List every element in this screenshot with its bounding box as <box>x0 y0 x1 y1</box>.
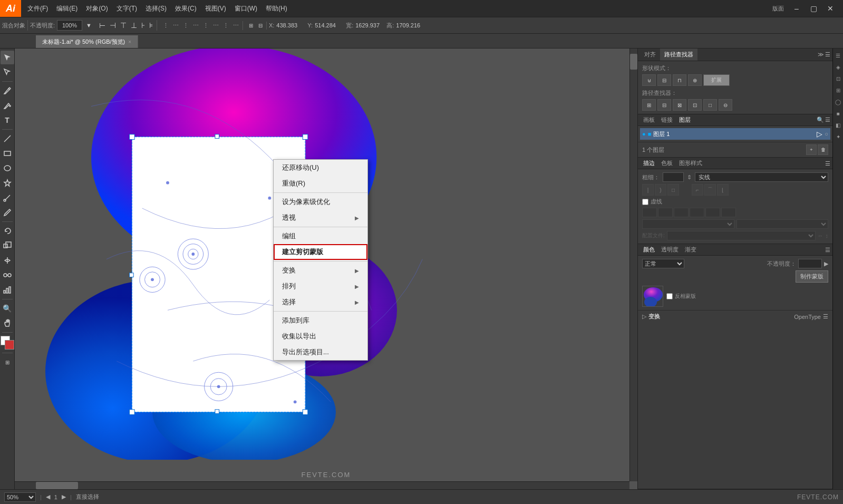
ctx-group[interactable]: 编组 <box>274 228 367 244</box>
grid-icon[interactable]: ⊟ <box>257 22 264 30</box>
zoom-tool[interactable]: 🔍 <box>1 302 14 315</box>
dist-top-icon[interactable]: ⋮ <box>181 21 190 30</box>
pf-minus-back-btn[interactable]: ⊖ <box>719 99 732 111</box>
zoom-select[interactable]: 50% <box>4 492 36 502</box>
stroke-type-select[interactable]: 实线 <box>695 172 828 182</box>
ctx-pixel-optimize[interactable]: 设为像素级优化 <box>274 194 367 210</box>
ctx-transform[interactable]: 变换 ▶ <box>274 263 367 278</box>
pf-crop-btn[interactable]: ⊡ <box>688 99 702 111</box>
color-menu-icon[interactable]: ☰ <box>825 247 830 253</box>
align-tab[interactable]: 对齐 <box>640 49 660 61</box>
panel-icon-symbols[interactable]: ✦ <box>834 132 843 141</box>
cap-butt-btn[interactable]: | <box>642 184 654 196</box>
dist-center-h-icon[interactable]: ⋮ <box>201 21 210 30</box>
layer-lock-icon[interactable]: ○ <box>825 131 828 137</box>
menu-help[interactable]: 帮助(H) <box>261 0 292 17</box>
gap-1-input[interactable] <box>658 208 673 217</box>
ctx-make-clipping-mask[interactable]: 建立剪切蒙版 <box>274 244 367 260</box>
unite-btn[interactable]: ⊎ <box>642 74 656 86</box>
links-tab[interactable]: 链接 <box>658 114 676 125</box>
direct-selection-tool[interactable] <box>1 65 14 79</box>
exclude-btn[interactable]: ⊕ <box>688 74 702 86</box>
pf-trim-btn[interactable]: ⊟ <box>657 99 671 111</box>
cap-square-btn[interactable]: □ <box>667 184 679 196</box>
hand-tool[interactable] <box>1 316 14 330</box>
ctx-export-selected[interactable]: 导出所选项目... <box>274 344 367 360</box>
dash-2-input[interactable] <box>674 208 689 217</box>
layer-1-item[interactable]: ● ■ 图层 1 ▷ ○ <box>640 128 830 140</box>
arrow-start-select[interactable] <box>642 219 734 229</box>
panel-icon-gradient[interactable]: ◧ <box>834 120 843 130</box>
panel-icon-stroke[interactable]: ◯ <box>834 97 843 106</box>
rectangle-tool[interactable] <box>1 147 14 160</box>
pf-divide-btn[interactable]: ⊞ <box>642 99 656 111</box>
color-indicator[interactable] <box>1 336 14 350</box>
transform-menu-icon[interactable]: ☰ <box>823 313 828 320</box>
join-miter-btn[interactable]: ⌐ <box>692 184 703 196</box>
ctx-perspective[interactable]: 透视 ▶ <box>274 210 367 226</box>
dist-center-v-icon[interactable]: ⋯ <box>211 21 220 30</box>
minimize-button[interactable]: – <box>788 0 805 17</box>
vertical-scrollbar[interactable] <box>629 49 637 481</box>
panel-icon-appearance[interactable]: ◈ <box>834 62 843 72</box>
ctx-redo[interactable]: 重做(R) <box>274 176 367 191</box>
prev-page-btn[interactable]: ◀ <box>46 493 50 500</box>
paintbrush-tool[interactable] <box>1 191 14 205</box>
hscroll-thumb[interactable] <box>36 482 78 489</box>
new-layer-btn[interactable]: + <box>806 144 817 155</box>
stroke-weight-input[interactable] <box>663 172 684 182</box>
ellipse-tool[interactable] <box>1 161 14 175</box>
artboard-tab[interactable]: 画板 <box>640 114 658 125</box>
menu-window[interactable]: 窗口(W) <box>230 0 261 17</box>
rotate-tool[interactable] <box>1 224 14 238</box>
menu-edit[interactable]: 编辑(E) <box>52 0 82 17</box>
align-right-icon[interactable]: ⊤ <box>119 20 128 31</box>
graphic-styles-tab[interactable]: 图形样式 <box>676 158 705 169</box>
selection-tool[interactable] <box>1 51 14 64</box>
pf-merge-btn[interactable]: ⊠ <box>673 99 686 111</box>
dist-right-icon[interactable]: ⋮ <box>221 21 230 30</box>
delete-layer-btn[interactable]: 🗑 <box>818 144 828 155</box>
tab-close-button[interactable]: × <box>128 39 131 45</box>
expand-shape-btn[interactable]: 扩展 <box>703 74 730 86</box>
pencil-tool[interactable] <box>1 206 14 219</box>
vscroll-thumb[interactable] <box>630 54 637 70</box>
stroke-tab[interactable]: 描边 <box>640 158 658 169</box>
opacity-dropdown[interactable]: ▼ <box>84 21 93 30</box>
stroke-menu-icon[interactable]: ☰ <box>825 160 830 167</box>
gap-3-input[interactable] <box>721 208 736 217</box>
dash-1-input[interactable] <box>642 208 657 217</box>
background-color[interactable] <box>5 340 14 350</box>
next-page-btn[interactable]: ▶ <box>62 493 66 500</box>
close-button[interactable]: ✕ <box>822 0 839 17</box>
menu-effect[interactable]: 效果(C) <box>171 0 201 17</box>
menu-select[interactable]: 选择(S) <box>141 0 171 17</box>
dist-v-icon[interactable]: ⋯ <box>171 21 180 30</box>
pf-outline-btn[interactable]: □ <box>703 99 717 111</box>
transform-header[interactable]: ▷ 变换 OpenType ☰ <box>642 313 828 321</box>
profile-select[interactable] <box>667 231 816 240</box>
opacity-more-icon[interactable]: ▶ <box>824 260 828 267</box>
blend-tool[interactable] <box>1 268 14 282</box>
transform-icon[interactable]: ⊞ <box>247 22 255 30</box>
cap-round-btn[interactable]: ) <box>655 184 666 196</box>
panel-icon-layers[interactable]: ☰ <box>834 51 843 60</box>
star-tool[interactable] <box>1 176 14 190</box>
align-middle-v-icon[interactable]: ⊦ <box>140 20 147 31</box>
color-tab[interactable]: 颜色 <box>640 244 658 255</box>
intersect-btn[interactable]: ⊓ <box>673 74 686 86</box>
panel-icon-color[interactable]: ■ <box>834 109 843 118</box>
join-round-btn[interactable]: ⌒ <box>704 184 716 196</box>
scale-tool[interactable] <box>1 239 14 253</box>
menu-object[interactable]: 对象(O) <box>82 0 112 17</box>
menu-view[interactable]: 视图(V) <box>201 0 230 17</box>
join-bevel-btn[interactable]: ⌊ <box>717 184 729 196</box>
gradient-tab[interactable]: 渐变 <box>682 244 700 255</box>
flip-v-icon[interactable]: ↕ <box>826 232 829 239</box>
flip-icon[interactable]: ↔ <box>818 232 823 239</box>
panel-icon-align[interactable]: ⊞ <box>834 85 843 95</box>
pathfinder-tab[interactable]: 路径查找器 <box>660 49 697 61</box>
ctx-arrange[interactable]: 排列 ▶ <box>274 278 367 294</box>
screen-mode-tool[interactable]: ⊞ <box>1 355 14 369</box>
align-bottom-icon[interactable]: ⊧ <box>148 20 154 31</box>
